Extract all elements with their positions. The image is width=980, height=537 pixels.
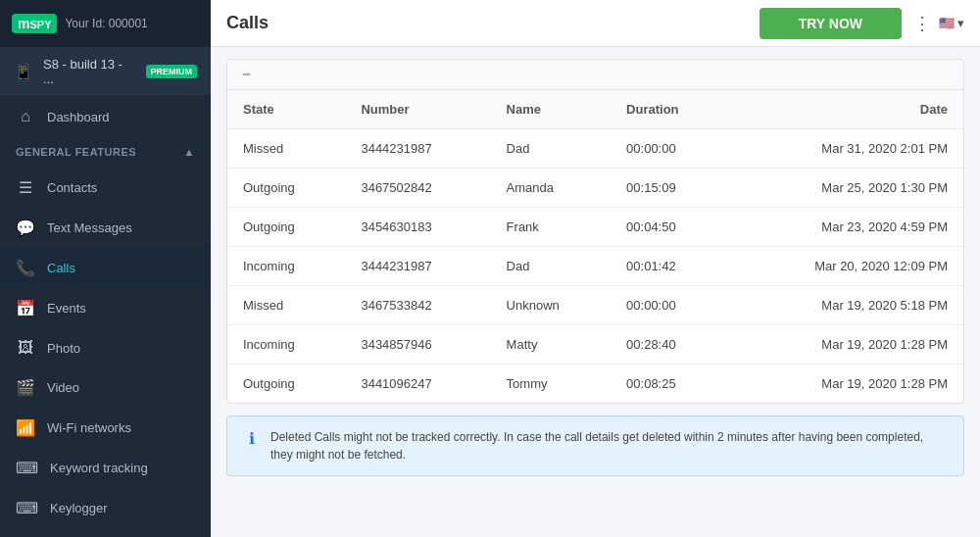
cell-state: Outgoing (227, 365, 345, 404)
top-bar: Calls TRY NOW ⋮ 🇺🇸 ▾ (211, 0, 980, 47)
sidebar-item-keyword-tracking[interactable]: ⌨ Keyword tracking (0, 448, 211, 488)
cell-date: Mar 19, 2020 1:28 PM (729, 365, 963, 404)
premium-badge: PREMIUM (146, 65, 198, 78)
sidebar-nav: ⌂ Dashboard GENERAL FEATURES ▲ ☰ Contact… (0, 97, 211, 537)
cell-date: Mar 19, 2020 5:18 PM (729, 286, 963, 325)
info-box: ℹ Deleted Calls might not be tracked cor… (226, 415, 964, 476)
cell-number: 3434857946 (345, 325, 490, 365)
device-name: S8 - build 13 - ... (43, 57, 136, 86)
cell-duration: 00:15:09 (611, 169, 729, 208)
logo: mSPY (12, 14, 57, 33)
sidebar-item-text-messages[interactable]: 💬 Text Messages (0, 208, 211, 248)
cell-duration: 00:08:25 (611, 365, 729, 404)
general-features-header[interactable]: GENERAL FEATURES ▲ (0, 136, 211, 168)
more-options-icon[interactable]: ⋮ (913, 13, 931, 34)
sidebar-item-label: Calls (47, 261, 75, 275)
contacts-icon: ☰ (16, 178, 35, 197)
language-selector[interactable]: 🇺🇸 ▾ (939, 16, 964, 30)
cell-number: 3467533842 (345, 286, 490, 325)
cell-name: Tommy (491, 365, 611, 404)
table-top-indicator: ━ (243, 68, 250, 81)
sidebar-item-label: Photo (47, 341, 80, 356)
chevron-down-icon: ▾ (957, 16, 964, 30)
table-top-bar: ━ (227, 60, 963, 90)
cell-duration: 00:01:42 (611, 247, 729, 286)
home-icon: ⌂ (16, 108, 35, 125)
table-row: Incoming3434857946Matty00:28:40Mar 19, 2… (227, 325, 963, 365)
user-id: Your Id: 000001 (65, 17, 147, 30)
general-features-label: GENERAL FEATURES (16, 146, 136, 158)
cell-duration: 00:00:00 (611, 286, 729, 325)
cell-date: Mar 20, 2020 12:09 PM (729, 247, 963, 286)
cell-name: Frank (491, 208, 611, 247)
cell-name: Dad (491, 247, 611, 286)
table-row: Outgoing3454630183Frank00:04:50Mar 23, 2… (227, 208, 963, 247)
col-name: Name (491, 90, 611, 129)
calls-table: State Number Name Duration Date Missed34… (227, 90, 963, 403)
cell-name: Matty (491, 325, 611, 365)
sidebar-item-label: Text Messages (47, 220, 132, 235)
messages-icon: 💬 (16, 219, 35, 237)
cell-duration: 00:00:00 (611, 129, 729, 169)
table-header-row: State Number Name Duration Date (227, 90, 963, 129)
cell-date: Mar 31, 2020 2:01 PM (729, 129, 963, 169)
cell-duration: 00:28:40 (611, 325, 729, 365)
collapse-icon: ▲ (184, 146, 195, 158)
photo-icon: 🖼 (16, 339, 35, 357)
col-state: State (227, 90, 345, 129)
table-row: Missed3444231987Dad00:00:00Mar 31, 2020 … (227, 129, 963, 169)
col-duration: Duration (611, 90, 729, 129)
page-title: Calls (226, 13, 748, 33)
sidebar-item-installed-apps[interactable]: 📱 Installed APPs (0, 528, 211, 537)
sidebar-item-label: Dashboard (47, 110, 110, 124)
sidebar-item-keylogger[interactable]: ⌨ Keylogger (0, 488, 211, 528)
sidebar-item-label: Wi-Fi networks (47, 420, 131, 435)
cell-name: Amanda (491, 169, 611, 208)
table-row: Outgoing3441096247Tommy00:08:25Mar 19, 2… (227, 365, 963, 404)
cell-state: Outgoing (227, 208, 345, 247)
cell-number: 3441096247 (345, 365, 490, 404)
cell-state: Missed (227, 286, 345, 325)
calls-icon: 📞 (16, 259, 35, 277)
cell-name: Unknown (491, 286, 611, 325)
video-icon: 🎬 (16, 378, 35, 397)
logo-text: mSPY (18, 16, 51, 31)
sidebar-item-contacts[interactable]: ☰ Contacts (0, 168, 211, 208)
sidebar-item-label: Keylogger (50, 501, 108, 515)
flag-icon: 🇺🇸 (939, 16, 955, 30)
cell-state: Incoming (227, 247, 345, 286)
cell-number: 3454630183 (345, 208, 490, 247)
sidebar-item-label: Contacts (47, 180, 97, 195)
calls-table-wrapper: ━ State Number Name Duration Date Missed… (226, 59, 964, 404)
sidebar-item-events[interactable]: 📅 Events (0, 288, 211, 328)
cell-number: 3467502842 (345, 169, 490, 208)
cell-date: Mar 25, 2020 1:30 PM (729, 169, 963, 208)
sidebar-item-dashboard[interactable]: ⌂ Dashboard (0, 97, 211, 136)
table-row: Missed3467533842Unknown00:00:00Mar 19, 2… (227, 286, 963, 325)
col-date: Date (729, 90, 963, 129)
cell-duration: 00:04:50 (611, 208, 729, 247)
table-row: Incoming3444231987Dad00:01:42Mar 20, 202… (227, 247, 963, 286)
sidebar-item-calls[interactable]: 📞 Calls (0, 248, 211, 288)
cell-number: 3444231987 (345, 247, 490, 286)
cell-state: Missed (227, 129, 345, 169)
cell-name: Dad (491, 129, 611, 169)
sidebar-item-label: Video (47, 380, 79, 395)
sidebar-item-photo[interactable]: 🖼 Photo (0, 328, 211, 367)
sidebar-item-wifi[interactable]: 📶 Wi-Fi networks (0, 408, 211, 448)
cell-date: Mar 19, 2020 1:28 PM (729, 325, 963, 365)
cell-number: 3444231987 (345, 129, 490, 169)
keyboard-icon: ⌨ (16, 459, 38, 477)
sidebar: mSPY Your Id: 000001 📱 S8 - build 13 - .… (0, 0, 211, 537)
table-row: Outgoing3467502842Amanda00:15:09Mar 25, … (227, 169, 963, 208)
col-number: Number (345, 90, 490, 129)
sidebar-item-label: Events (47, 301, 86, 316)
device-row[interactable]: 📱 S8 - build 13 - ... PREMIUM (0, 47, 211, 97)
sidebar-item-label: Keyword tracking (50, 461, 148, 475)
try-now-button[interactable]: TRY NOW (760, 8, 902, 39)
cell-date: Mar 23, 2020 4:59 PM (729, 208, 963, 247)
sidebar-header: mSPY Your Id: 000001 (0, 0, 211, 47)
main-content: Calls TRY NOW ⋮ 🇺🇸 ▾ ━ State Number Name (211, 0, 980, 537)
sidebar-item-video[interactable]: 🎬 Video (0, 367, 211, 408)
cell-state: Outgoing (227, 169, 345, 208)
